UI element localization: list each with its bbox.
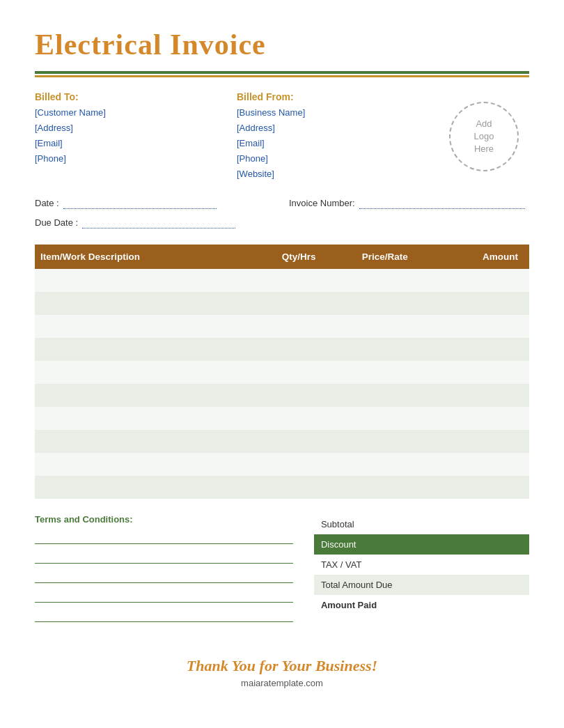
bottom-section: Terms and Conditions: Subtotal Discount … [35, 514, 529, 629]
business-address: [Address] [237, 121, 439, 136]
due-date-dotted-line [82, 217, 235, 229]
invoice-dotted-line [359, 197, 525, 209]
billed-from-block: Billed From: [Business Name] [Address] [… [237, 91, 439, 182]
website-text: maiaratemplate.com [35, 678, 529, 688]
due-date-row: Due Date : [35, 217, 529, 231]
terms-line-3 [35, 571, 293, 583]
invoice-table: Item/Work Description Qty/Hrs Price/Rate… [35, 245, 529, 499]
billed-from-info: [Business Name] [Address] [Email] [Phone… [237, 105, 439, 182]
customer-email: [Email] [35, 136, 237, 151]
table-row [35, 292, 529, 315]
table-row [35, 476, 529, 499]
invoice-row: Invoice Number: [275, 197, 529, 211]
table-row [35, 269, 529, 292]
date-row: Date : [35, 197, 275, 211]
subtotal-label: Subtotal [321, 519, 354, 529]
tax-row: TAX / VAT [314, 555, 529, 575]
billing-section: Billed To: [Customer Name] [Address] [Em… [35, 91, 529, 182]
top-divider-orange [35, 75, 529, 77]
logo-placeholder: AddLogoHere [449, 102, 519, 171]
terms-label: Terms and Conditions: [35, 514, 293, 525]
terms-line-1 [35, 532, 293, 544]
business-website: [Website] [237, 166, 439, 182]
header-amount: Amount [432, 251, 524, 262]
table-row [35, 384, 529, 407]
header-price: Price/Rate [338, 251, 432, 262]
billed-to-info: [Customer Name] [Address] [Email] [Phone… [35, 105, 237, 166]
table-row [35, 361, 529, 384]
due-date-label: Due Date : [35, 217, 78, 228]
header-qty: Qty/Hrs [260, 251, 338, 262]
thank-you-text: Thank You for Your Business! [35, 657, 529, 675]
table-row [35, 453, 529, 476]
total-label: Total Amount Due [321, 580, 393, 590]
table-header: Item/Work Description Qty/Hrs Price/Rate… [35, 245, 529, 269]
billed-to-block: Billed To: [Customer Name] [Address] [Em… [35, 91, 237, 182]
customer-address: [Address] [35, 121, 237, 136]
table-row [35, 430, 529, 453]
terms-line-4 [35, 590, 293, 603]
terms-line-2 [35, 551, 293, 564]
invoice-title: Electrical Invoice [35, 28, 529, 61]
terms-line-5 [35, 610, 293, 622]
billed-from-label: Billed From: [237, 91, 439, 102]
discount-label: Discount [321, 539, 357, 550]
logo-section: AddLogoHere [439, 91, 529, 182]
billed-to-label: Billed To: [35, 91, 237, 102]
tax-label: TAX / VAT [321, 559, 362, 570]
subtotal-row: Subtotal [314, 514, 529, 534]
paid-label: Amount Paid [321, 600, 377, 610]
paid-row: Amount Paid [314, 595, 529, 615]
business-name: [Business Name] [237, 105, 439, 121]
business-phone: [Phone] [237, 151, 439, 166]
table-row [35, 315, 529, 338]
date-invoice-row: Date : Invoice Number: [35, 197, 529, 211]
summary-section: Subtotal Discount TAX / VAT Total Amount… [314, 514, 529, 629]
customer-name: [Customer Name] [35, 105, 237, 121]
footer: Thank You for Your Business! maiaratempl… [35, 657, 529, 688]
customer-phone: [Phone] [35, 151, 237, 166]
table-row [35, 338, 529, 361]
business-email: [Email] [237, 136, 439, 151]
date-dotted-line [63, 197, 217, 209]
table-row [35, 407, 529, 430]
total-row: Total Amount Due [314, 575, 529, 595]
invoice-label: Invoice Number: [289, 198, 355, 208]
date-label: Date : [35, 198, 59, 208]
header-description: Item/Work Description [40, 251, 260, 262]
terms-section: Terms and Conditions: [35, 514, 314, 629]
discount-row: Discount [314, 534, 529, 555]
top-divider-green [35, 71, 529, 74]
